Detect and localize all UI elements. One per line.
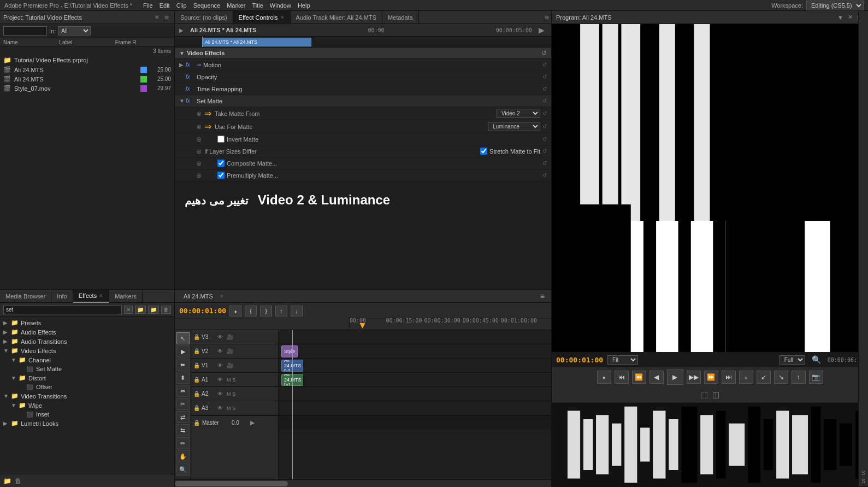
tab-metadata[interactable]: Metadata — [382, 11, 419, 24]
tool-rolling[interactable]: ⬍ — [176, 372, 190, 384]
a1-lock[interactable]: 🔒 — [193, 377, 200, 383]
video-effects-header[interactable]: ▼ Video Effects ↺ — [175, 48, 551, 59]
set-matte-reset[interactable]: ↺ — [542, 98, 547, 104]
track-lane-v2[interactable]: Style_07.mov — [279, 344, 551, 359]
effects-search-clear[interactable]: ✕ — [124, 306, 133, 314]
ctrl-next-frame[interactable]: ▶▶ — [687, 371, 701, 384]
premultiply-matte-checkbox[interactable] — [217, 172, 225, 179]
menu-sequence[interactable]: Sequence — [193, 2, 221, 9]
ec-clip-expand[interactable]: ▶ — [179, 27, 186, 33]
menu-help[interactable]: Help — [298, 2, 310, 9]
v2-cam[interactable]: 🎥 — [227, 348, 234, 354]
tab-media-browser[interactable]: Media Browser — [0, 290, 51, 303]
fit-dropdown[interactable]: Fit 25% 50% 100% — [607, 355, 638, 365]
a2-s[interactable]: S — [233, 391, 236, 397]
timeline-tab[interactable]: Ali 24.MTS — [179, 293, 217, 300]
a1-m[interactable]: M — [227, 377, 231, 383]
a1-s[interactable]: S — [233, 377, 236, 383]
tl-btn-add-marker[interactable]: ⬧ — [229, 306, 241, 316]
tool-track-select[interactable]: ▶ — [176, 345, 190, 357]
ctrl-prev-frame[interactable]: ◀ — [649, 371, 664, 384]
a1-eye[interactable]: 👁 — [217, 377, 225, 383]
premultiply-matte-reset[interactable]: ↺ — [542, 172, 547, 178]
v1-cam[interactable]: 🎥 — [227, 362, 234, 368]
take-matte-reset[interactable]: ↺ — [542, 110, 547, 116]
right-sidebar-btn-2[interactable]: S — [861, 478, 865, 484]
ctrl-overwrite[interactable]: ↘ — [774, 371, 788, 384]
ctrl-camera[interactable]: 📷 — [809, 371, 823, 384]
zoom-btn[interactable]: 🔍 — [812, 355, 821, 364]
project-search-input[interactable] — [3, 26, 47, 36]
menu-marker[interactable]: Marker — [227, 2, 245, 9]
project-item-prproj[interactable]: 📁 Tutorial Video Effects.prproj — [0, 55, 174, 65]
menu-window[interactable]: Window — [270, 2, 291, 9]
tree-audio-transitions[interactable]: ▶ 📁 Audio Transitions — [0, 337, 174, 346]
stretch-matte-checkbox[interactable] — [480, 148, 487, 155]
menu-edit[interactable]: Edit — [160, 2, 170, 9]
tab-source[interactable]: Source: (no clips) — [175, 11, 233, 24]
motion-expand[interactable]: ▶ — [179, 62, 186, 68]
project-item-0[interactable]: 🎬 Ali 24.MTS 25.00 — [0, 65, 174, 74]
tool-ripple[interactable]: ⬌ — [176, 359, 190, 371]
ctrl-play[interactable]: ▶ — [667, 369, 683, 385]
a2-lock[interactable]: 🔒 — [193, 391, 200, 397]
timeline-scrollbar[interactable] — [175, 479, 551, 487]
a3-m[interactable]: M — [227, 406, 231, 411]
ctrl-step-back[interactable]: ⏪ — [632, 371, 646, 384]
program-timecode[interactable]: 00:00:01:00 — [556, 356, 603, 364]
tree-presets[interactable]: ▶ 📁 Presets — [0, 318, 174, 327]
extra-ctrl-1[interactable]: ⬚ — [701, 390, 708, 399]
use-for-matte-reset[interactable]: ↺ — [542, 124, 547, 130]
tab-effects[interactable]: Effects ✕ — [73, 290, 109, 303]
timeline-menu-btn[interactable]: ≡ — [538, 292, 547, 301]
menu-file[interactable]: File — [143, 2, 153, 9]
project-item-2[interactable]: 🎬 Style_07.mov 29.97 — [0, 84, 174, 93]
tool-slip[interactable]: ⇄ — [176, 411, 190, 423]
master-icon[interactable]: ▶ — [250, 419, 255, 426]
set-matte-expand[interactable]: ▼ — [179, 98, 186, 104]
a2-eye[interactable]: 👁 — [217, 391, 225, 397]
track-lane-a2[interactable] — [279, 387, 551, 401]
tab-audio-track-mixer[interactable]: Audio Track Mixer: Ali 24.MTS — [291, 11, 382, 24]
ec-menu-btn[interactable]: ≡ — [542, 13, 551, 22]
tab-effect-controls[interactable]: Effect Controls ✕ — [233, 11, 291, 24]
project-panel-menu[interactable]: ≡ — [162, 13, 171, 22]
quality-dropdown[interactable]: Full 1/2 1/4 — [780, 355, 805, 365]
tool-zoom[interactable]: 🔍 — [176, 463, 190, 476]
opacity-reset[interactable]: ↺ — [542, 74, 547, 80]
menu-clip[interactable]: Clip — [176, 2, 187, 9]
extra-ctrl-2[interactable]: ◫ — [712, 390, 719, 399]
delete-btn[interactable]: 🗑 — [15, 477, 21, 485]
ve-reset-btn[interactable]: ↺ — [541, 49, 547, 57]
ctrl-mark-out[interactable]: ⬦ — [739, 371, 753, 384]
v3-cam[interactable]: 🎥 — [227, 334, 234, 340]
invert-matte-checkbox[interactable] — [217, 136, 225, 143]
v1-lock[interactable]: 🔒 — [193, 362, 200, 368]
tl-btn-extract[interactable]: ↓ — [291, 306, 303, 316]
ctrl-goto-in[interactable]: ⏮ — [615, 371, 629, 384]
tool-slide[interactable]: ⇆ — [176, 424, 190, 436]
tree-set-matte[interactable]: ⬛ Set Matte — [0, 365, 174, 373]
tab-info[interactable]: Info — [51, 290, 73, 303]
ctrl-lift[interactable]: ↑ — [792, 371, 806, 384]
track-lane-a1[interactable]: Ali 24.MTS [A] — [279, 373, 551, 387]
a3-lock[interactable]: 🔒 — [193, 405, 200, 411]
right-sidebar-btn-1[interactable]: S — [861, 470, 865, 476]
program-close[interactable]: ✕ — [848, 14, 853, 21]
v3-eye[interactable]: 👁 — [217, 334, 225, 340]
workspace-dropdown[interactable]: Editing (CS5.5) — [806, 1, 864, 10]
v2-eye[interactable]: 👁 — [217, 348, 225, 354]
tree-video-transitions[interactable]: ▼ 📁 Video Transitions — [0, 391, 174, 401]
track-lane-v1[interactable]: Ali 24.MTS [V] — [279, 359, 551, 373]
v3-lock[interactable]: 🔒 — [193, 334, 200, 340]
tree-lumetri[interactable]: ▶ 📁 Lumetri Looks — [0, 419, 174, 428]
tree-offset[interactable]: ⬛ Offset — [0, 383, 174, 391]
take-matte-from-select[interactable]: Video 2 Video 1 Video 3 — [497, 109, 540, 118]
project-panel-close[interactable]: ✕ — [155, 14, 159, 20]
tl-btn-lift[interactable]: ↑ — [275, 306, 287, 316]
v2-lock[interactable]: 🔒 — [193, 348, 200, 354]
menu-title[interactable]: Title — [252, 2, 263, 9]
motion-reset[interactable]: ↺ — [542, 62, 547, 68]
track-lane-a3[interactable] — [279, 401, 551, 415]
track-lane-v3[interactable] — [279, 330, 551, 344]
